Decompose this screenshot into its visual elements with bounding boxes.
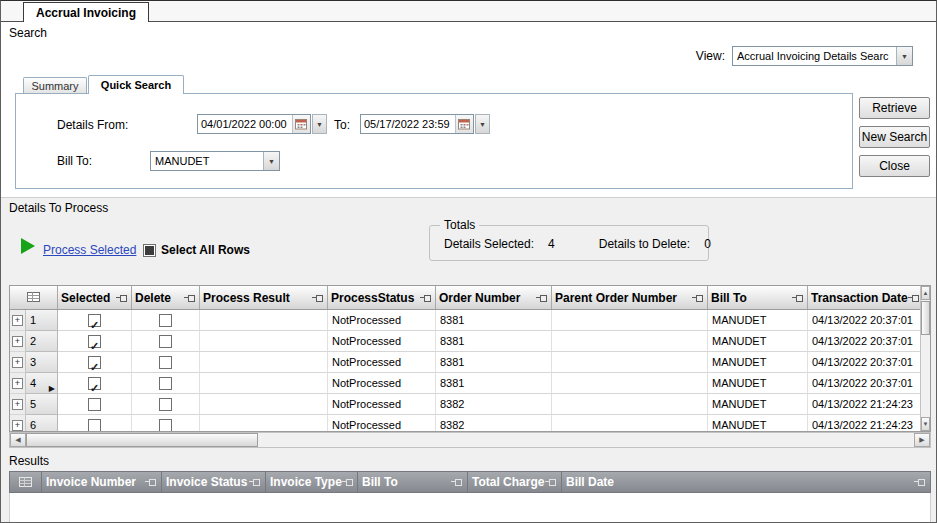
transaction-date-cell[interactable]: 04/13/2022 20:37:01 [808, 352, 920, 373]
column-header-parent-order-number[interactable]: Parent Order Number [552, 286, 708, 309]
selected-checkbox[interactable]: ✓ [88, 398, 101, 411]
selected-checkbox[interactable]: ✓ [88, 314, 101, 327]
transaction-date-cell[interactable]: 04/13/2022 20:37:01 [808, 331, 920, 352]
vertical-scrollbar[interactable]: ▲ ▼ [920, 286, 930, 431]
retrieve-button[interactable]: Retrieve [859, 97, 930, 119]
selected-cell[interactable]: ✓ [58, 352, 132, 373]
column-header-bill-to[interactable]: Bill To [708, 286, 808, 309]
chevron-down-icon[interactable]: ▼ [896, 47, 912, 65]
column-header-transaction-date[interactable]: Transaction Date [808, 286, 920, 309]
chevron-down-icon[interactable]: ▼ [263, 152, 279, 170]
vertical-scrollbar-thumb[interactable] [921, 301, 930, 335]
view-dropdown[interactable]: Accrual Invoicing Details Searc ▼ [732, 46, 913, 66]
selected-checkbox[interactable]: ✓ [88, 419, 101, 432]
bill-to-cell[interactable]: MANUDET [708, 352, 808, 373]
row-expander-icon[interactable]: + [12, 336, 23, 347]
row-expander-icon[interactable]: + [12, 357, 23, 368]
column-pin-icon[interactable] [536, 293, 548, 303]
column-pin-icon[interactable] [145, 477, 157, 487]
selected-checkbox[interactable]: ✓ [88, 335, 101, 348]
tab-summary[interactable]: Summary [23, 77, 87, 93]
order-number-cell[interactable]: 8381 [436, 352, 552, 373]
process-status-cell[interactable]: NotProcessed [328, 373, 436, 394]
column-pin-icon[interactable] [249, 477, 261, 487]
selected-checkbox[interactable]: ✓ [88, 377, 101, 390]
delete-checkbox[interactable]: ✓ [159, 377, 172, 390]
delete-checkbox[interactable]: ✓ [159, 356, 172, 369]
column-pin-icon[interactable] [342, 477, 354, 487]
results-grid-body[interactable] [9, 493, 931, 523]
column-pin-icon[interactable] [545, 477, 557, 487]
delete-cell[interactable]: ✓ [132, 310, 200, 331]
delete-cell[interactable]: ✓ [132, 415, 200, 431]
column-header-delete[interactable]: Delete [132, 286, 200, 309]
column-header-process-result[interactable]: Process Result [200, 286, 328, 309]
table-row[interactable]: + 4▶ ✓ ✓ NotProcessed 8381 MANUDET 04/13… [10, 373, 920, 394]
parent-order-number-cell[interactable] [552, 310, 708, 331]
column-header-bill-date[interactable]: Bill Date [562, 472, 930, 492]
row-selector[interactable]: 6▶ [26, 415, 58, 431]
horizontal-scrollbar[interactable]: ◀ ▶ [9, 432, 931, 448]
table-row[interactable]: + 6▶ ✓ ✓ NotProcessed 8382 MANUDET 04/13… [10, 415, 920, 431]
column-pin-icon[interactable] [914, 477, 926, 487]
process-status-cell[interactable]: NotProcessed [328, 394, 436, 415]
scroll-right-icon[interactable]: ▶ [914, 433, 930, 447]
delete-checkbox[interactable]: ✓ [159, 398, 172, 411]
close-button[interactable]: Close [859, 155, 930, 177]
parent-order-number-cell[interactable] [552, 331, 708, 352]
bill-to-cell[interactable]: MANUDET [708, 415, 808, 431]
column-header-process-status[interactable]: ProcessStatus [328, 286, 436, 309]
process-play-icon[interactable] [21, 238, 35, 254]
transaction-date-cell[interactable]: 04/13/2022 21:24:23 [808, 415, 920, 431]
selected-cell[interactable]: ✓ [58, 415, 132, 431]
table-row[interactable]: + 1▶ ✓ ✓ NotProcessed 8381 MANUDET 04/13… [10, 310, 920, 331]
order-number-cell[interactable]: 8381 [436, 331, 552, 352]
delete-checkbox[interactable]: ✓ [159, 335, 172, 348]
details-to-input[interactable]: 05/17/2022 23:59 [360, 114, 474, 134]
row-selector[interactable]: 4▶ [26, 373, 58, 394]
calendar-icon[interactable] [455, 115, 473, 133]
order-number-cell[interactable]: 8382 [436, 394, 552, 415]
delete-checkbox[interactable]: ✓ [159, 419, 172, 432]
order-number-cell[interactable]: 8381 [436, 310, 552, 331]
column-pin-icon[interactable] [116, 293, 128, 303]
column-header-invoice-status[interactable]: Invoice Status [162, 472, 266, 492]
table-row[interactable]: + 3▶ ✓ ✓ NotProcessed 8381 MANUDET 04/13… [10, 352, 920, 373]
selected-cell[interactable]: ✓ [58, 394, 132, 415]
selected-checkbox[interactable]: ✓ [88, 356, 101, 369]
process-status-cell[interactable]: NotProcessed [328, 352, 436, 373]
select-all-checkbox[interactable] [143, 244, 156, 257]
parent-order-number-cell[interactable] [552, 352, 708, 373]
row-selector[interactable]: 1▶ [26, 310, 58, 331]
column-pin-icon[interactable] [908, 293, 920, 303]
bill-to-cell[interactable]: MANUDET [708, 331, 808, 352]
process-status-cell[interactable]: NotProcessed [328, 415, 436, 431]
transaction-date-cell[interactable]: 04/13/2022 20:37:01 [808, 373, 920, 394]
column-header-order-number[interactable]: Order Number [436, 286, 552, 309]
details-from-input[interactable]: 04/01/2022 00:00 [197, 114, 311, 134]
process-status-cell[interactable]: NotProcessed [328, 310, 436, 331]
process-result-cell[interactable] [200, 352, 328, 373]
table-row[interactable]: + 2▶ ✓ ✓ NotProcessed 8381 MANUDET 04/13… [10, 331, 920, 352]
scroll-down-icon[interactable]: ▼ [921, 417, 930, 431]
bill-to-cell[interactable]: MANUDET [708, 373, 808, 394]
order-number-cell[interactable]: 8381 [436, 373, 552, 394]
row-selector[interactable]: 3▶ [26, 352, 58, 373]
column-pin-icon[interactable] [312, 293, 324, 303]
table-row[interactable]: + 5▶ ✓ ✓ NotProcessed 8382 MANUDET 04/13… [10, 394, 920, 415]
horizontal-scrollbar-thumb[interactable] [26, 433, 258, 447]
column-pin-icon[interactable] [792, 293, 804, 303]
selected-cell[interactable]: ✓ [58, 310, 132, 331]
row-expander-icon[interactable]: + [12, 420, 23, 431]
delete-cell[interactable]: ✓ [132, 373, 200, 394]
column-pin-icon[interactable] [692, 293, 704, 303]
selected-cell[interactable]: ✓ [58, 331, 132, 352]
details-from-dropdown-icon[interactable]: ▼ [312, 114, 327, 134]
bill-to-cell[interactable]: MANUDET [708, 310, 808, 331]
row-expander-icon[interactable]: + [12, 378, 23, 389]
process-status-cell[interactable]: NotProcessed [328, 331, 436, 352]
new-search-button[interactable]: New Search [859, 126, 930, 148]
selected-cell[interactable]: ✓ [58, 373, 132, 394]
column-header-invoice-number[interactable]: Invoice Number [42, 472, 162, 492]
row-selector[interactable]: 2▶ [26, 331, 58, 352]
